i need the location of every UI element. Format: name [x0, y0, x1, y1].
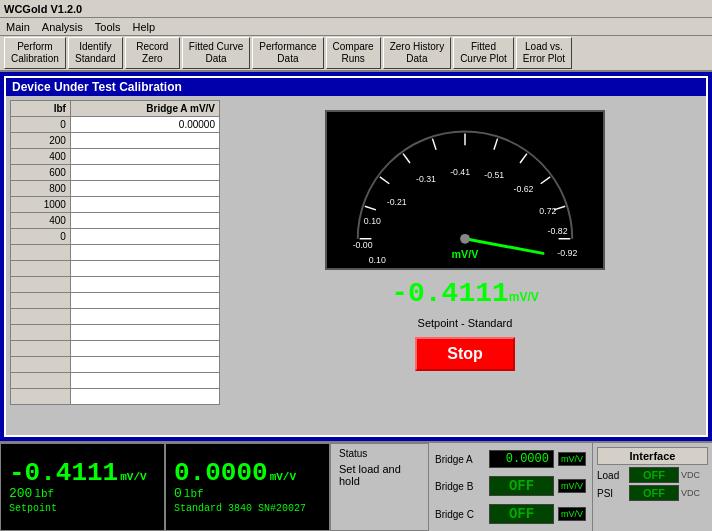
title-bar: WCGold V1.2.0	[0, 0, 712, 18]
table-cell-value	[70, 197, 219, 213]
toolbar-btn-fitted-curve-plot[interactable]: FittedCurve Plot	[453, 37, 514, 69]
svg-text:-0.00: -0.00	[353, 240, 373, 250]
table-cell-lbf: 1000	[11, 197, 71, 213]
table-cell-lbf: 400	[11, 149, 71, 165]
digital-readout-container: -0.4111mV/V	[391, 278, 539, 309]
interface-panel: Interface Load OFF VDC PSI OFF VDC	[592, 443, 712, 531]
status-box: Status Set load and hold	[330, 443, 429, 531]
standard-value: 0.0000	[174, 460, 268, 486]
interface-load-label: Load	[597, 470, 627, 481]
standard-sub-value: 0	[174, 486, 182, 501]
table-cell-lbf	[11, 341, 71, 357]
dut-panel: Device Under Test Calibration lbf Bridge…	[4, 76, 708, 437]
toolbar-btn-record-zero[interactable]: RecordZero	[125, 37, 180, 69]
toolbar-btn-performance-data[interactable]: PerformanceData	[252, 37, 323, 69]
main-content: Device Under Test Calibration lbf Bridge…	[0, 72, 712, 441]
status-box-title: Status	[339, 448, 420, 459]
stop-button[interactable]: Stop	[415, 337, 515, 371]
standard-unit: mV/V	[270, 471, 296, 483]
table-cell-lbf	[11, 261, 71, 277]
bridge-panel: Bridge A 0.0000 mV/V Bridge B OFF mV/V B…	[429, 443, 592, 531]
svg-text:0.10: 0.10	[369, 255, 386, 265]
table-cell-lbf	[11, 245, 71, 261]
bridge-a-value: 0.0000	[489, 450, 554, 468]
svg-point-24	[460, 234, 470, 244]
table-cell-value	[70, 149, 219, 165]
interface-psi-row: PSI OFF VDC	[597, 485, 708, 501]
table-cell-value	[70, 229, 219, 245]
setpoint-sub-unit: lbf	[34, 488, 54, 500]
svg-text:mV/V: mV/V	[452, 248, 480, 260]
table-cell-value: 0.00000	[70, 117, 219, 133]
table-row	[11, 357, 220, 373]
table-row	[11, 309, 220, 325]
interface-load-value[interactable]: OFF	[629, 467, 679, 483]
bridge-c-row: Bridge C OFF mV/V	[435, 504, 586, 524]
menu-main[interactable]: Main	[6, 21, 30, 33]
table-cell-value	[70, 245, 219, 261]
standard-bottom-label: Standard 3840 SN#20027	[174, 503, 321, 514]
interface-psi-unit: VDC	[681, 488, 700, 498]
col-header-lbf: lbf	[11, 101, 71, 117]
toolbar-btn-identify-standard[interactable]: IdentifyStandard	[68, 37, 123, 69]
menu-help[interactable]: Help	[133, 21, 156, 33]
col-header-bridge-a: Bridge A mV/V	[70, 101, 219, 117]
bridge-b-value: OFF	[489, 476, 554, 496]
menu-tools[interactable]: Tools	[95, 21, 121, 33]
table-cell-value	[70, 373, 219, 389]
table-cell-lbf	[11, 373, 71, 389]
bridge-b-label: Bridge B	[435, 481, 485, 492]
dut-body: lbf Bridge A mV/V 00.0000020040060080010…	[6, 96, 706, 435]
table-cell-value	[70, 357, 219, 373]
toolbar-btn-compare-runs[interactable]: CompareRuns	[326, 37, 381, 69]
setpoint-sub-value: 200	[9, 486, 32, 501]
table-row	[11, 277, 220, 293]
table-cell-value	[70, 261, 219, 277]
interface-title: Interface	[597, 447, 708, 465]
table-row: 200	[11, 133, 220, 149]
bridge-b-unit: mV/V	[558, 479, 586, 493]
bottom-bar: -0.4111 mV/V 200 lbf Setpoint 0.0000 mV/…	[0, 441, 712, 531]
table-cell-value	[70, 133, 219, 149]
calibration-table: lbf Bridge A mV/V 00.0000020040060080010…	[10, 100, 220, 405]
table-row: 400	[11, 149, 220, 165]
table-cell-lbf	[11, 293, 71, 309]
svg-text:0.72: 0.72	[539, 206, 556, 216]
bridge-b-row: Bridge B OFF mV/V	[435, 476, 586, 496]
table-cell-value	[70, 181, 219, 197]
app-title: WCGold V1.2.0	[4, 3, 82, 15]
svg-text:-0.21: -0.21	[387, 197, 407, 207]
setpoint-unit: mV/V	[120, 471, 146, 483]
table-area: lbf Bridge A mV/V 00.0000020040060080010…	[10, 100, 220, 431]
setpoint-bottom-label: Setpoint	[9, 503, 156, 514]
table-row: 00.00000	[11, 117, 220, 133]
table-cell-lbf: 0	[11, 229, 71, 245]
table-cell-lbf: 0	[11, 117, 71, 133]
table-cell-value	[70, 293, 219, 309]
digital-unit: mV/V	[509, 290, 539, 304]
table-row: 400	[11, 213, 220, 229]
bridge-a-label: Bridge A	[435, 454, 485, 465]
table-cell-lbf	[11, 277, 71, 293]
gauge-area: -0.21 -0.31 -0.41 -0.51 -0.62 0.72 0.10 …	[228, 100, 702, 431]
setpoint-label: Setpoint - Standard	[418, 317, 513, 329]
table-cell-lbf	[11, 309, 71, 325]
table-row	[11, 389, 220, 405]
interface-psi-value[interactable]: OFF	[629, 485, 679, 501]
toolbar-btn-load-error-plot[interactable]: Load vs.Error Plot	[516, 37, 572, 69]
gauge-svg: -0.21 -0.31 -0.41 -0.51 -0.62 0.72 0.10 …	[327, 112, 603, 268]
table-cell-lbf: 200	[11, 133, 71, 149]
menu-bar: Main Analysis Tools Help	[0, 18, 712, 36]
toolbar-btn-fitted-curve-data[interactable]: Fitted CurveData	[182, 37, 250, 69]
table-cell-lbf	[11, 389, 71, 405]
bridge-c-value: OFF	[489, 504, 554, 524]
table-row	[11, 261, 220, 277]
digital-readout: -0.4111mV/V	[391, 278, 539, 309]
toolbar-btn-zero-history[interactable]: Zero HistoryData	[383, 37, 451, 69]
menu-analysis[interactable]: Analysis	[42, 21, 83, 33]
interface-psi-label: PSI	[597, 488, 627, 499]
table-cell-value	[70, 213, 219, 229]
svg-text:0.10: 0.10	[364, 216, 381, 226]
toolbar-btn-perform-calibration[interactable]: PerformCalibration	[4, 37, 66, 69]
svg-text:-0.62: -0.62	[514, 184, 534, 194]
